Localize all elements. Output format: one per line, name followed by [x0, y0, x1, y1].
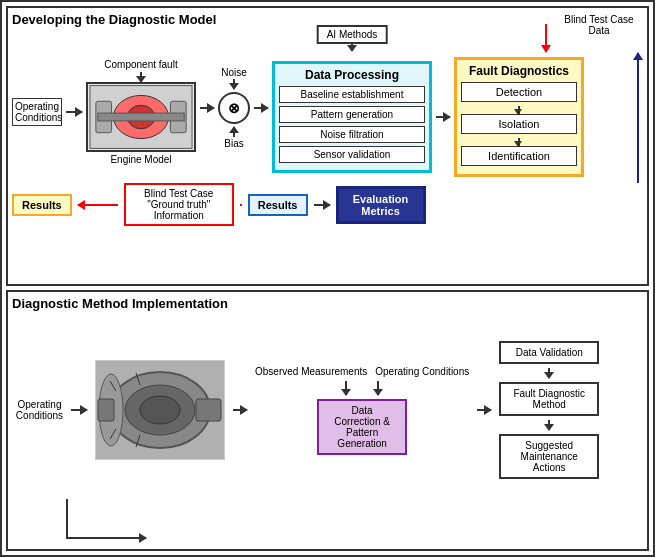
bottom-section-title: Diagnostic Method Implementation: [12, 296, 643, 311]
arrow-op-to-engine: [66, 111, 82, 113]
engine-model-box: [86, 82, 196, 152]
dp-row-1: Pattern generation: [279, 106, 425, 123]
bottom-content: Operating Conditions: [12, 315, 643, 505]
arrow-fdm-down: [548, 420, 550, 430]
feedback-line-h: [66, 537, 146, 539]
dp-row-2: Noise filtration: [279, 126, 425, 143]
engine-bottom-svg: [96, 361, 224, 459]
dp-title: Data Processing: [279, 68, 425, 82]
arrow-bias-up: [233, 127, 235, 137]
operating-conditions-2: Operating Conditions: [375, 366, 469, 377]
data-correction-box: Data Correction & Pattern Generation: [317, 399, 407, 455]
arrow-to-eval: [314, 204, 330, 206]
results-blue: Results: [248, 194, 308, 216]
arrow-obs-down: [345, 381, 347, 395]
bias-label: Bias: [224, 138, 243, 149]
data-validation-box: Data Validation: [499, 341, 599, 364]
obs-op-row: Observed Measurements Operating Conditio…: [255, 366, 469, 377]
right-boxes: Data Validation Fault Diagnostic Method …: [499, 341, 599, 479]
ai-methods-box: AI Methods: [317, 25, 388, 44]
fd-title: Fault Diagnostics: [461, 64, 577, 78]
middle-area: Observed Measurements Operating Conditio…: [255, 366, 469, 455]
arrows-down-row: [345, 381, 379, 395]
fault-diagnostic-method-box: Fault Diagnostic Method: [499, 382, 599, 416]
noise-label: Noise: [221, 67, 247, 78]
arrow-engine-bottom: [233, 409, 247, 411]
component-fault-label: Component fault: [104, 59, 177, 70]
fd-row-isolation: Isolation: [461, 114, 577, 134]
connector: [240, 204, 242, 206]
bottom-op-area: Operating Conditions: [12, 399, 87, 421]
top-inner: Operating Conditions Component fault: [12, 47, 643, 177]
engine-image-area: [95, 360, 225, 460]
arrow-mult-to-dp: [254, 107, 268, 109]
engine-svg: [88, 83, 194, 151]
arrow-noise-down: [233, 79, 235, 89]
eval-to-fd-line: [637, 53, 639, 183]
bottom-results-row: Results Blind Test Case "Ground truth" I…: [12, 183, 643, 226]
data-processing-container: AI Methods Data Processing Baseline esta…: [272, 51, 432, 173]
bottom-op-cond: Operating Conditions: [12, 399, 67, 421]
noise-bias-area: Noise ⊗ Bias: [218, 67, 250, 149]
results-yellow: Results: [12, 194, 72, 216]
arrow-component-down: [140, 72, 142, 82]
dp-row-0: Baseline establishment: [279, 86, 425, 103]
arrow-op-down: [377, 381, 379, 395]
svg-rect-11: [196, 399, 221, 421]
evaluation-metrics-box: Evaluation Metrics: [336, 186, 426, 224]
fd-row-detection: Detection: [461, 82, 577, 102]
engine-area: Operating Conditions Component fault: [12, 59, 196, 165]
dp-row-3: Sensor validation: [279, 146, 425, 163]
top-section: Developing the Diagnostic Model Blind Te…: [6, 6, 649, 286]
red-arrow-left: [78, 204, 118, 206]
arrow-engine-to-mult: [200, 107, 214, 109]
multiply-circle: ⊗: [218, 92, 250, 124]
arrow-dp-to-fd: [436, 116, 450, 118]
svg-rect-12: [98, 399, 114, 421]
bottom-section: Diagnostic Method Implementation Operati…: [6, 290, 649, 551]
data-processing-box: Data Processing Baseline establishment P…: [272, 61, 432, 173]
blind-test-ground: Blind Test Case "Ground truth" Informati…: [124, 183, 234, 226]
arrow-to-right-boxes: [477, 409, 491, 411]
fd-row-identification: Identification: [461, 146, 577, 166]
fault-diagnostics-box: Fault Diagnostics Detection Isolation Id…: [454, 57, 584, 177]
arrow-op-bottom: [71, 409, 87, 411]
op-conditions-left: Operating Conditions: [12, 98, 62, 126]
blind-test-case-label: Blind Test Case Data: [559, 14, 639, 36]
main-container: Developing the Diagnostic Model Blind Te…: [0, 0, 655, 557]
engine-model-label: Engine Model: [110, 154, 171, 165]
suggested-maintenance-box: Suggested Maintenance Actions: [499, 434, 599, 479]
fd-arrow-2: [518, 138, 520, 146]
svg-point-9: [140, 396, 180, 424]
feedback-line-v: [66, 499, 68, 539]
svg-rect-5: [98, 113, 184, 121]
fd-arrow-1: [518, 106, 520, 114]
engine-model-area: Component fault: [86, 59, 196, 165]
observed-measurements: Observed Measurements: [255, 366, 367, 377]
arrow-dv-down: [548, 368, 550, 378]
